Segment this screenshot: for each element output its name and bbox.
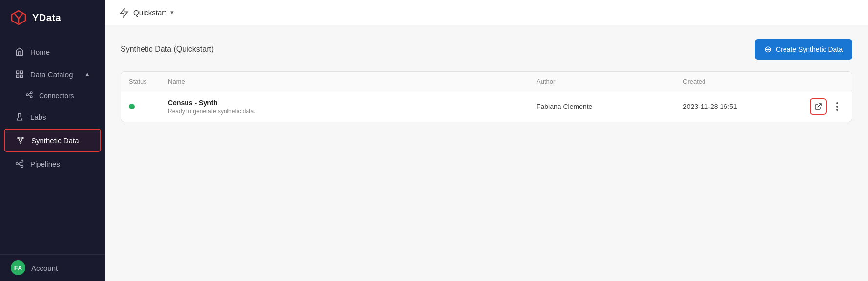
logo-text: YData <box>32 12 61 23</box>
dot-icon <box>836 102 838 104</box>
more-actions-button[interactable] <box>830 100 844 113</box>
svg-point-6 <box>26 94 28 96</box>
row-name: Census - Synth <box>168 99 537 107</box>
nav-items: Home Data Catalog ▲ <box>0 35 105 254</box>
sidebar-item-label: Synthetic Data <box>31 136 79 145</box>
svg-rect-4 <box>16 75 19 78</box>
svg-line-21 <box>18 162 21 164</box>
sidebar-item-label: Pipelines <box>30 160 60 168</box>
svg-line-23 <box>818 104 821 107</box>
svg-point-8 <box>30 96 32 98</box>
svg-line-9 <box>28 93 30 95</box>
svg-point-14 <box>20 142 21 143</box>
connectors-icon <box>25 91 33 100</box>
svg-point-19 <box>21 160 23 163</box>
synthetic-data-table: Status Name Author Created Census - Synt… <box>121 71 852 122</box>
col-header-actions <box>805 78 844 85</box>
sidebar-item-synthetic-data[interactable]: Synthetic Data <box>4 129 101 152</box>
logo-area[interactable]: YData <box>0 0 105 35</box>
row-subtitle: Ready to generate synthetic data. <box>168 108 537 115</box>
table-header: Status Name Author Created <box>121 72 852 91</box>
pipelines-icon <box>15 159 24 169</box>
name-cell: Census - Synth Ready to generate synthet… <box>168 99 537 115</box>
create-synthetic-data-button[interactable]: ⊕ Create Synthetic Data <box>755 39 852 60</box>
external-link-icon <box>814 103 822 110</box>
chevron-down-icon[interactable]: ▾ <box>170 9 174 16</box>
avatar: FA <box>11 260 25 275</box>
labs-icon <box>15 112 24 122</box>
svg-point-7 <box>30 92 32 94</box>
sidebar-item-data-catalog[interactable]: Data Catalog ▲ <box>4 64 101 85</box>
quickstart-icon <box>119 7 129 18</box>
dot-icon <box>836 106 838 108</box>
author-cell: Fabiana Clemente <box>537 103 683 110</box>
topbar-title: Quickstart <box>133 8 166 17</box>
sidebar-item-connectors[interactable]: Connectors <box>4 86 101 105</box>
ydata-logo-icon <box>10 9 27 26</box>
sidebar-item-label: Home <box>30 48 50 56</box>
col-header-author: Author <box>537 78 683 85</box>
status-active-dot <box>129 104 135 109</box>
sidebar-item-home[interactable]: Home <box>4 41 101 63</box>
sidebar-item-label: Data Catalog <box>30 70 73 79</box>
svg-rect-5 <box>21 75 23 78</box>
page-title: Synthetic Data (Quickstart) <box>121 45 214 54</box>
sidebar-item-labs[interactable]: Labs <box>4 106 101 128</box>
open-external-button[interactable] <box>810 98 827 115</box>
col-header-created: Created <box>683 78 805 85</box>
synthetic-data-icon <box>16 135 25 145</box>
table-row: Census - Synth Ready to generate synthet… <box>121 91 852 122</box>
svg-line-16 <box>19 139 20 142</box>
sidebar-item-pipelines[interactable]: Pipelines <box>4 153 101 174</box>
content-area: Synthetic Data (Quickstart) ⊕ Create Syn… <box>105 25 868 281</box>
chevron-up-icon: ▲ <box>84 71 90 78</box>
topbar: Quickstart ▾ <box>105 0 868 25</box>
status-cell <box>129 104 168 109</box>
account-area[interactable]: FA Account <box>0 254 105 281</box>
account-label: Account <box>31 264 58 272</box>
main-area: Quickstart ▾ Synthetic Data (Quickstart)… <box>105 0 868 281</box>
svg-point-12 <box>18 137 19 139</box>
created-cell: 2023-11-28 16:51 <box>683 103 805 110</box>
dot-icon <box>836 109 838 111</box>
svg-rect-3 <box>21 71 23 73</box>
page-header: Synthetic Data (Quickstart) ⊕ Create Syn… <box>121 39 852 60</box>
svg-line-10 <box>28 95 30 96</box>
plus-icon: ⊕ <box>765 44 772 55</box>
svg-rect-2 <box>16 71 19 73</box>
col-header-status: Status <box>129 78 168 85</box>
svg-point-20 <box>21 165 23 168</box>
svg-line-17 <box>21 139 22 142</box>
col-header-name: Name <box>168 78 537 85</box>
svg-point-18 <box>16 163 19 165</box>
svg-point-13 <box>22 137 23 139</box>
create-button-label: Create Synthetic Data <box>776 45 843 53</box>
svg-line-22 <box>18 164 21 166</box>
sidebar: YData Home Data Catalog <box>0 0 105 281</box>
home-icon <box>15 47 24 57</box>
data-catalog-icon <box>15 69 24 79</box>
sidebar-item-label: Labs <box>30 113 46 121</box>
sidebar-item-label: Connectors <box>39 92 74 100</box>
actions-cell <box>805 98 844 115</box>
